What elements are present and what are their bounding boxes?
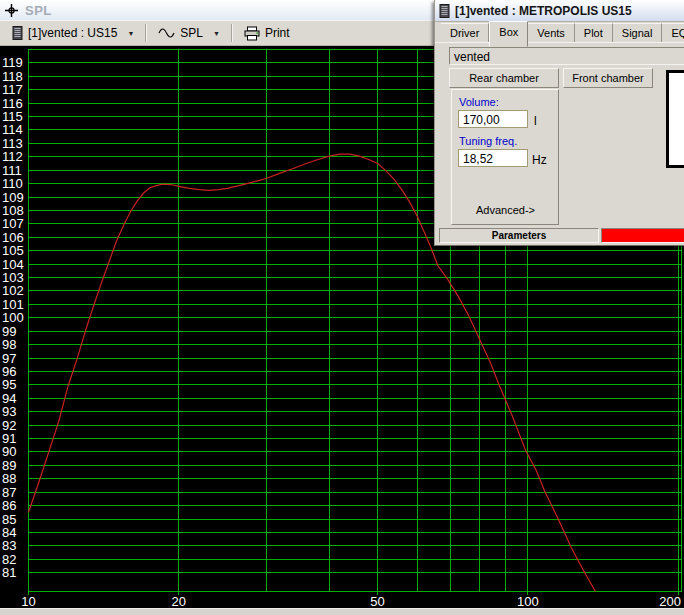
box-type-field[interactable]: vented [449,47,684,65]
plot-type-label: SPL [180,26,203,40]
toolbar-separator [231,24,233,42]
project-selector-button[interactable]: [1]vented : US15 ▼ [6,24,140,42]
tab-signal[interactable]: Signal [613,23,663,43]
tab-driver[interactable]: Driver [441,23,489,43]
crosshair-icon [5,4,18,17]
box-schematic-panel [666,70,684,168]
x-tick-label: 20 [172,594,186,608]
tab-vents[interactable]: Vents [528,23,575,43]
box-dialog-title: [1]vented : METROPOLIS US15 [455,4,632,18]
toolbar-separator [145,24,147,42]
document-icon [439,4,450,18]
project-dropdown-arrow-icon[interactable]: ▼ [127,30,134,37]
print-button[interactable]: Print [238,24,296,43]
tab-box[interactable]: Box [489,21,528,47]
signal-level-bar [601,228,684,243]
x-tick-label: 100 [517,594,539,608]
plot-type-dropdown-arrow-icon[interactable]: ▼ [213,30,220,37]
tab-plot[interactable]: Plot [575,23,613,43]
spl-window-title: SPL [25,3,52,18]
tab-eq-filter[interactable]: EQ/F [662,23,684,43]
advanced-link[interactable]: Advanced-> [476,204,535,216]
plot-type-button[interactable]: SPL ▼ [152,24,226,42]
tuning-freq-input[interactable]: 18,52 [458,149,528,167]
screen: SPL [1]vented : US15 ▼ SPL ▼ [0,0,684,615]
volume-input[interactable]: 170,00 [458,110,528,128]
box-dialog-titlebar[interactable]: [1]vented : METROPOLIS US15 [435,0,684,22]
window-bottom-edge [0,608,684,615]
project-selector-label: [1]vented : US15 [28,26,117,40]
volume-unit-label: l [534,114,537,128]
x-tick-label: 50 [370,594,384,608]
front-chamber-button[interactable]: Front chamber [563,68,653,88]
y-tick-label: 81 [2,565,16,580]
rear-chamber-button[interactable]: Rear chamber [449,68,559,88]
box-dialog: [1]vented : METROPOLIS US15 Driver Box V… [434,0,684,246]
x-tick-label: 200 [659,594,681,608]
project-icon [12,26,23,40]
x-tick-label: 10 [21,594,35,608]
tuning-freq-label: Tuning freq. [459,135,517,147]
tuning-freq-unit-label: Hz [532,153,547,167]
tab-content-divider [435,42,684,43]
parameters-bar[interactable]: Parameters [439,228,599,243]
print-button-label: Print [265,26,290,40]
sine-wave-icon [158,27,175,40]
printer-icon [244,26,260,41]
volume-label: Volume: [459,96,499,108]
box-dialog-tabs: Driver Box Vents Plot Signal EQ/F [441,23,684,42]
chamber-parameters-group: Volume: 170,00 l Tuning freq. 18,52 Hz A… [451,89,559,225]
